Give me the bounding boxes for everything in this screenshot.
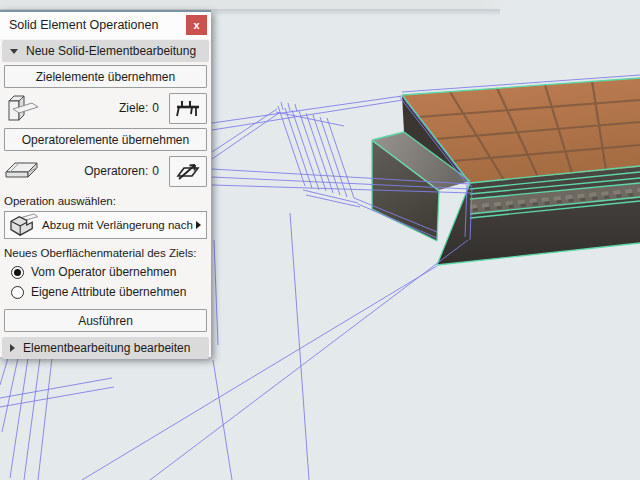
target-element-icon [4,93,42,123]
triangle-right-icon [10,344,15,352]
targets-row: Ziele:0 [0,91,211,125]
flyout-arrow-icon [196,221,201,229]
choose-operation-label: Operation auswählen: [0,188,211,210]
radio-from-operator-label: Vom Operator übernehmen [31,265,176,279]
radio-selected-icon[interactable] [11,266,24,279]
operator-element-icon [4,159,42,183]
palette-titlebar[interactable]: Solid Element Operationen x [0,12,211,39]
operation-dropdown[interactable]: Abzug mit Verlängerung nach ... [4,211,207,239]
slab-arrow-icon [175,160,201,182]
section-header-edit-operation[interactable]: Elementbearbeitung bearbeiten [2,337,209,359]
operation-value: Abzug mit Verlängerung nach ... [42,219,193,231]
surface-material-label: Neues Oberflächenmaterial des Ziels: [0,240,211,262]
top-toolbar-strip [0,0,516,9]
pick-operator-icon-button[interactable] [169,156,207,187]
radio-own-attributes[interactable]: Eigene Attribute übernehmen [0,282,211,302]
operators-count: Operatoren:0 [42,164,169,178]
section-title: Elementbearbeitung bearbeiten [23,341,190,355]
pick-targets-button[interactable]: Zielelemente übernehmen [4,65,207,88]
execute-button[interactable]: Ausführen [4,309,207,332]
section-header-new-operation[interactable]: Neue Solid-Elementbearbeitung [2,40,209,62]
solid-element-operations-panel: Solid Element Operationen x Neue Solid-E… [0,10,211,357]
section-title: Neue Solid-Elementbearbeitung [26,44,196,58]
palette-title: Solid Element Operationen [9,18,158,32]
operators-count-value: 0 [152,164,159,178]
table-platform-icon [175,97,201,119]
targets-count-value: 0 [152,101,159,115]
radio-from-operator[interactable]: Vom Operator übernehmen [0,262,211,282]
pick-operators-button[interactable]: Operatorelemente übernehmen [4,128,207,151]
operators-row: Operatoren:0 [0,154,211,188]
triangle-down-icon [10,49,18,54]
radio-unselected-icon[interactable] [11,286,24,299]
targets-count: Ziele:0 [42,101,169,115]
close-button[interactable]: x [186,15,207,35]
pick-target-icon-button[interactable] [169,93,207,124]
radio-own-attributes-label: Eigene Attribute übernehmen [31,285,186,299]
subtract-with-extension-icon [7,213,39,237]
